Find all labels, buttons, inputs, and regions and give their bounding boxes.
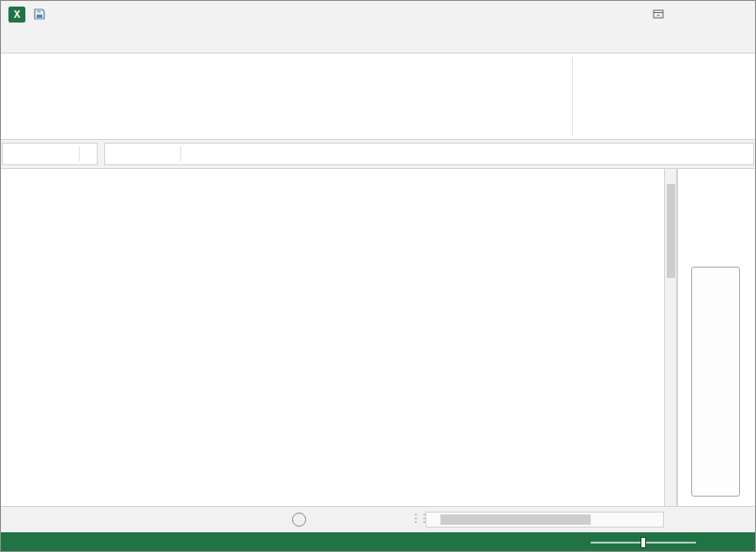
name-box[interactable] xyxy=(2,143,98,165)
sheet-tabs-bar: ⋮⋮ xyxy=(1,506,755,532)
worksheet-grid xyxy=(1,169,664,506)
ribbon-display-options-icon[interactable] xyxy=(644,1,671,27)
sheet-tab-navigation xyxy=(10,507,22,532)
zoom-slider-thumb[interactable] xyxy=(640,537,646,548)
new-sheet-button[interactable] xyxy=(292,513,306,527)
minimize-icon[interactable] xyxy=(671,1,699,27)
ribbon-tab-row xyxy=(1,27,755,53)
scroll-right-icon[interactable] xyxy=(650,513,663,527)
scroll-down-icon[interactable] xyxy=(665,493,676,506)
pane-collapse-icon[interactable] xyxy=(678,205,756,208)
vertical-scrollbar[interactable] xyxy=(664,169,677,506)
vertical-scrollbar-thumb[interactable] xyxy=(667,184,675,278)
save-icon[interactable] xyxy=(34,8,45,20)
name-box-divider xyxy=(79,146,80,161)
pane-header xyxy=(678,169,756,197)
formula-bar xyxy=(1,140,755,169)
status-bar xyxy=(1,532,755,552)
pane-home-button[interactable] xyxy=(678,197,756,205)
excel-window: ⋮⋮ xyxy=(0,0,756,552)
help-icon[interactable] xyxy=(617,1,644,27)
ribbon-group-separator xyxy=(572,57,573,135)
quick-access-toolbar xyxy=(8,1,70,27)
formula-input-area xyxy=(104,143,754,165)
horizontal-scrollbar[interactable] xyxy=(425,512,664,528)
close-icon[interactable] xyxy=(726,1,753,27)
smart-view-pane xyxy=(677,169,756,506)
title-bar xyxy=(1,1,755,27)
zoom-controls xyxy=(582,542,704,544)
formula-divider xyxy=(180,146,181,161)
status-right xyxy=(513,542,755,544)
scroll-left-icon[interactable] xyxy=(426,513,440,527)
scroll-up-icon[interactable] xyxy=(665,169,676,182)
horizontal-scrollbar-thumb[interactable] xyxy=(440,514,591,525)
maximize-icon[interactable] xyxy=(699,1,726,27)
smart-view-home-button[interactable] xyxy=(691,267,740,497)
excel-app-icon xyxy=(8,7,25,23)
window-controls xyxy=(617,1,753,27)
ribbon xyxy=(1,53,755,140)
zoom-slider[interactable] xyxy=(591,542,696,544)
